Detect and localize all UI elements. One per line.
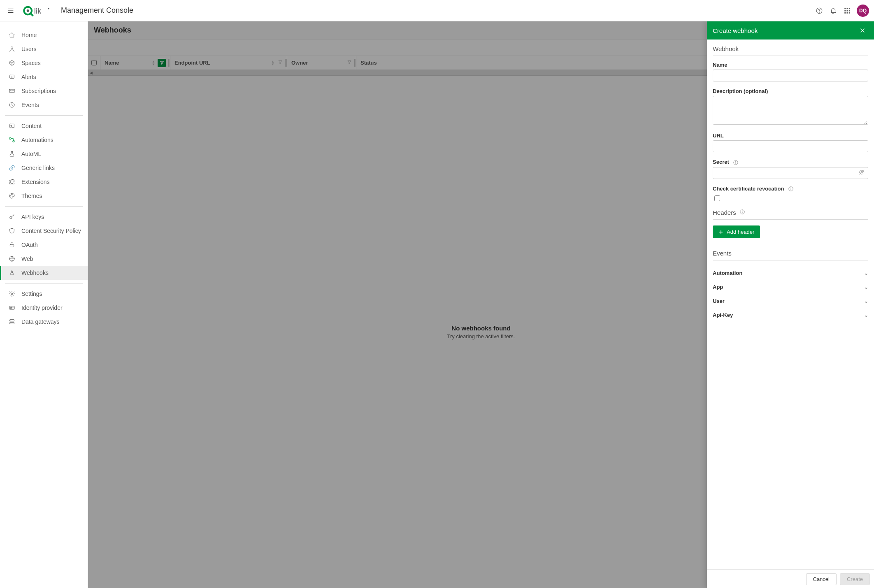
- svg-point-29: [10, 195, 11, 196]
- panel-footer: Cancel Create: [707, 569, 874, 588]
- sidebar-item-label: Home: [21, 32, 37, 38]
- secret-input[interactable]: [713, 167, 868, 179]
- sidebar-item-extensions[interactable]: Extensions: [0, 175, 88, 189]
- svg-rect-27: [9, 138, 11, 139]
- sidebar-item-oauth[interactable]: OAuth: [0, 238, 88, 252]
- topbar: lik Management Console DQ: [0, 0, 874, 21]
- event-group-automation[interactable]: Automation ⌄: [713, 266, 868, 280]
- svg-rect-13: [844, 10, 846, 11]
- label-secret: Secret: [713, 159, 868, 165]
- sidebar-item-label: OAuth: [21, 242, 38, 248]
- check-cert-checkbox[interactable]: [714, 195, 720, 201]
- sidebar-item-automations[interactable]: Automations: [0, 133, 88, 147]
- event-group-api-key[interactable]: Api-Key ⌄: [713, 308, 868, 322]
- sidebar-item-settings[interactable]: Settings: [0, 287, 88, 301]
- field-secret: Secret: [713, 159, 868, 179]
- event-group-label: App: [713, 284, 723, 290]
- key-icon: [8, 213, 16, 221]
- sidebar-item-spaces[interactable]: Spaces: [0, 56, 88, 70]
- sidebar-item-label: Data gateways: [21, 318, 60, 325]
- add-header-button[interactable]: Add header: [713, 225, 760, 238]
- svg-rect-33: [10, 244, 14, 247]
- chevron-down-icon: ⌄: [864, 298, 868, 304]
- close-icon: [860, 28, 865, 33]
- url-input[interactable]: [713, 140, 868, 152]
- svg-rect-12: [849, 8, 850, 9]
- sidebar-item-data-gateways[interactable]: Data gateways: [0, 315, 88, 329]
- sidebar-item-subscriptions[interactable]: Subscriptions: [0, 84, 88, 98]
- event-group-user[interactable]: User ⌄: [713, 294, 868, 308]
- svg-point-7: [48, 8, 49, 9]
- shield-icon: [8, 227, 16, 235]
- palette-icon: [8, 192, 16, 200]
- eye-off-icon: [858, 169, 865, 176]
- sidebar-item-content[interactable]: Content: [0, 119, 88, 133]
- sidebar-item-label: Automations: [21, 137, 53, 143]
- sidebar-item-label: Users: [21, 46, 37, 52]
- info-icon[interactable]: [733, 160, 739, 165]
- svg-line-5: [30, 13, 33, 15]
- lock-icon: [8, 241, 16, 249]
- info-icon[interactable]: [788, 186, 794, 192]
- svg-point-26: [11, 125, 12, 126]
- cube-icon: [8, 59, 16, 67]
- close-button[interactable]: [857, 25, 868, 36]
- sidebar-item-web[interactable]: Web: [0, 252, 88, 266]
- toggle-visibility-button[interactable]: [858, 169, 865, 177]
- menu-toggle-button[interactable]: [3, 3, 18, 18]
- chevron-down-icon: ⌄: [864, 312, 868, 318]
- help-icon: [816, 7, 823, 14]
- svg-rect-46: [10, 322, 14, 324]
- info-icon[interactable]: [739, 209, 745, 216]
- automation-icon: [8, 136, 16, 144]
- id-card-icon: [8, 304, 16, 311]
- image-icon: [8, 122, 16, 130]
- sidebar-item-generic-links[interactable]: Generic links: [0, 161, 88, 175]
- cancel-button[interactable]: Cancel: [806, 573, 837, 585]
- sidebar-item-api-keys[interactable]: API keys: [0, 210, 88, 224]
- sidebar-item-automl[interactable]: AutoML: [0, 147, 88, 161]
- app-launcher-button[interactable]: [840, 4, 854, 18]
- svg-point-31: [12, 195, 13, 195]
- sidebar-item-users[interactable]: Users: [0, 42, 88, 56]
- notifications-button[interactable]: [826, 4, 840, 18]
- puzzle-icon: [8, 178, 16, 186]
- sidebar-item-alerts[interactable]: Alerts: [0, 70, 88, 84]
- create-button[interactable]: Create: [840, 573, 870, 585]
- sidebar-item-themes[interactable]: Themes: [0, 189, 88, 203]
- sidebar-item-events[interactable]: Events: [0, 98, 88, 112]
- alert-icon: [8, 73, 16, 81]
- svg-rect-11: [847, 8, 848, 9]
- description-input[interactable]: [713, 96, 868, 125]
- svg-rect-16: [844, 12, 846, 13]
- sidebar-item-home[interactable]: Home: [0, 28, 88, 42]
- field-name: Name: [713, 62, 868, 81]
- svg-point-9: [819, 12, 820, 12]
- svg-point-30: [11, 195, 12, 195]
- qlik-logo[interactable]: lik: [23, 5, 52, 16]
- sidebar-item-label: API keys: [21, 214, 44, 220]
- sidebar-item-label: Generic links: [21, 165, 55, 171]
- avatar[interactable]: DQ: [857, 5, 869, 17]
- name-input[interactable]: [713, 70, 868, 81]
- section-title-events: Events: [713, 250, 868, 260]
- svg-rect-10: [844, 8, 846, 9]
- svg-rect-23: [9, 89, 14, 93]
- svg-rect-15: [849, 10, 850, 11]
- sidebar-item-label: Extensions: [21, 179, 49, 185]
- console-title: Management Console: [61, 6, 133, 15]
- svg-point-22: [12, 77, 12, 78]
- event-group-label: Api-Key: [713, 312, 733, 318]
- label-secret-text: Secret: [713, 159, 729, 165]
- svg-point-48: [11, 323, 11, 323]
- label-check-cert-text: Check certificate revocation: [713, 186, 784, 192]
- plus-icon: [718, 230, 723, 235]
- sidebar-item-label: Content Security Policy: [21, 228, 81, 234]
- nav-divider: [5, 283, 83, 284]
- sidebar-item-webhooks[interactable]: Webhooks: [0, 266, 88, 280]
- event-group-app[interactable]: App ⌄: [713, 280, 868, 294]
- sidebar-item-csp[interactable]: Content Security Policy: [0, 224, 88, 238]
- svg-point-42: [11, 307, 12, 308]
- help-button[interactable]: [812, 4, 826, 18]
- sidebar-item-idp[interactable]: Identity provider: [0, 301, 88, 315]
